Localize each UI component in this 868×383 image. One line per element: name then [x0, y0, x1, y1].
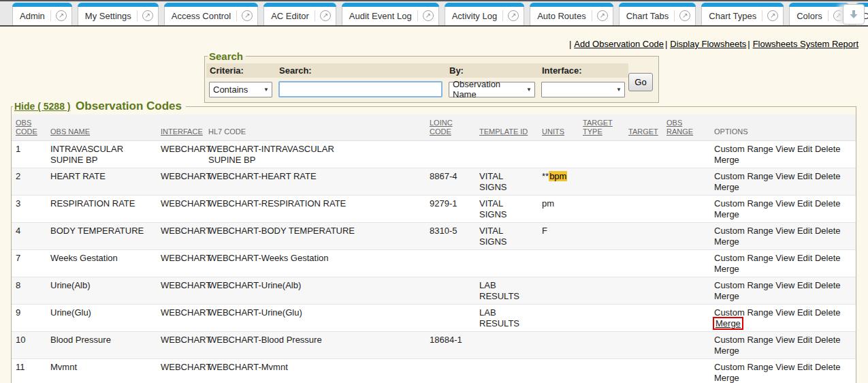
tab-chart-tabs[interactable]: Chart Tabs↗ — [619, 3, 696, 25]
option-link-merge[interactable]: Merge — [714, 373, 739, 383]
option-link-merge[interactable]: Merge — [714, 264, 739, 274]
obs-name-cell: HEART RATE — [50, 168, 161, 195]
tab-access-control[interactable]: Access Control↗ — [164, 3, 258, 25]
column-header-target-type[interactable]: TARGETTYPE — [583, 114, 628, 140]
option-link-custom-range[interactable]: Custom Range — [714, 171, 773, 181]
option-link-merge[interactable]: Merge — [714, 209, 739, 219]
option-link-custom-range[interactable]: Custom Range — [714, 198, 773, 209]
obs-code-cell: 4 — [12, 222, 50, 249]
popout-icon[interactable]: ↗ — [137, 10, 153, 21]
popout-icon[interactable]: ↗ — [674, 10, 690, 21]
hide-count-link[interactable]: Hide ( 5288 ) — [14, 101, 70, 112]
option-link-edit[interactable]: Edit — [797, 335, 812, 345]
option-link-delete[interactable]: Delete — [815, 362, 841, 372]
column-header-interface[interactable]: INTERFACE — [161, 114, 208, 140]
option-link-edit[interactable]: Edit — [797, 280, 812, 290]
tab-my-settings[interactable]: My Settings↗ — [78, 3, 159, 25]
option-link-view[interactable]: View — [775, 198, 794, 209]
target-cell — [628, 277, 666, 304]
hl7-code-cell: WEBCHART-Urine(Glu) — [208, 304, 430, 331]
option-link-edit[interactable]: Edit — [797, 362, 812, 372]
tab-colors[interactable]: Colors↗ — [789, 3, 850, 25]
quick-link-flowsheets-system-report[interactable]: Flowsheets System Report — [753, 39, 858, 49]
option-link-custom-range[interactable]: Custom Range — [714, 253, 773, 263]
interface-select[interactable]: ▼ — [541, 82, 625, 97]
option-link-view[interactable]: View — [775, 362, 794, 372]
table-row: 2HEART RATEWEBCHARTWEBCHART-HEART RATE88… — [12, 168, 856, 195]
popout-icon[interactable]: ↗ — [50, 10, 67, 21]
option-link-view[interactable]: View — [775, 307, 794, 318]
option-link-view[interactable]: View — [775, 226, 794, 236]
template-id-cell — [479, 140, 542, 168]
tab-chart-types[interactable]: Chart Types↗ — [701, 3, 784, 25]
column-header-obs-name[interactable]: OBS NAME — [50, 114, 161, 140]
target-type-cell — [583, 331, 628, 358]
option-link-view[interactable]: View — [775, 280, 794, 290]
column-header-obs-range[interactable]: OBSRANGE — [666, 114, 714, 140]
column-header-target[interactable]: TARGET — [628, 114, 666, 140]
option-link-delete[interactable]: Delete — [815, 198, 841, 209]
column-header-template-id[interactable]: TEMPLATE ID — [479, 114, 542, 140]
by-select[interactable]: Observation Name ▼ — [449, 82, 535, 97]
option-link-delete[interactable]: Delete — [815, 280, 841, 290]
option-link-custom-range[interactable]: Custom Range — [714, 307, 773, 318]
option-link-custom-range[interactable]: Custom Range — [714, 144, 773, 154]
popout-icon[interactable]: ↗ — [236, 10, 253, 21]
popout-icon[interactable]: ↗ — [502, 10, 519, 21]
quick-link-display-flowsheets[interactable]: Display Flowsheets — [670, 39, 746, 49]
column-header-obs-code[interactable]: OBSCODE — [12, 114, 50, 140]
option-link-merge[interactable]: Merge — [713, 317, 743, 330]
option-link-custom-range[interactable]: Custom Range — [714, 226, 773, 236]
obs-name-cell: Mvmnt — [50, 358, 161, 383]
target-type-cell — [583, 304, 628, 331]
popout-icon[interactable]: ↗ — [417, 10, 434, 21]
tab-overflow-button[interactable] — [843, 4, 865, 25]
tab-activity-log[interactable]: Activity Log↗ — [445, 3, 524, 25]
option-link-delete[interactable]: Delete — [815, 307, 841, 318]
option-link-custom-range[interactable]: Custom Range — [714, 335, 773, 345]
option-link-merge[interactable]: Merge — [714, 155, 739, 165]
interface-cell: WEBCHART — [161, 222, 208, 249]
hl7-code-cell: WEBCHART-Mvmnt — [208, 358, 430, 383]
column-header-text: OPTIONS — [714, 127, 852, 136]
option-link-merge[interactable]: Merge — [714, 236, 739, 247]
quick-link-add-observation-code[interactable]: Add Observation Code — [574, 39, 664, 49]
chevron-down-icon: ▼ — [263, 87, 269, 93]
option-link-view[interactable]: View — [775, 335, 794, 345]
popout-icon[interactable]: ↗ — [315, 10, 331, 21]
tab-ac-editor[interactable]: AC Editor↗ — [263, 3, 336, 25]
option-link-view[interactable]: View — [775, 144, 794, 154]
column-header-units[interactable]: UNITS — [542, 114, 583, 140]
criteria-select[interactable]: Contains ▼ — [209, 82, 272, 97]
option-link-custom-range[interactable]: Custom Range — [714, 280, 773, 290]
option-link-custom-range[interactable]: Custom Range — [714, 362, 773, 372]
option-link-merge[interactable]: Merge — [714, 291, 739, 301]
option-link-merge[interactable]: Merge — [714, 182, 739, 192]
option-link-merge[interactable]: Merge — [714, 346, 739, 356]
option-link-edit[interactable]: Edit — [797, 171, 812, 181]
option-link-edit[interactable]: Edit — [797, 198, 812, 209]
popout-icon[interactable]: ↗ — [828, 10, 844, 21]
popout-icon[interactable]: ↗ — [592, 10, 608, 21]
go-button[interactable]: Go — [628, 73, 653, 91]
tab-auto-routes[interactable]: Auto Routes↗ — [530, 3, 613, 25]
option-link-delete[interactable]: Delete — [815, 144, 841, 154]
option-link-view[interactable]: View — [775, 171, 794, 181]
option-link-delete[interactable]: Delete — [815, 335, 841, 345]
options-cell: Custom Range View Edit Delete Merge — [714, 249, 856, 277]
option-link-edit[interactable]: Edit — [797, 253, 812, 263]
option-link-delete[interactable]: Delete — [815, 253, 841, 263]
popout-icon[interactable]: ↗ — [762, 10, 778, 21]
option-link-delete[interactable]: Delete — [815, 226, 841, 236]
units-cell — [542, 249, 583, 277]
tab-audit-event-log[interactable]: Audit Event Log↗ — [342, 3, 439, 25]
tab-admin[interactable]: Admin↗ — [12, 3, 72, 25]
option-link-edit[interactable]: Edit — [797, 226, 812, 236]
option-link-edit[interactable]: Edit — [797, 307, 812, 318]
search-input[interactable] — [278, 81, 443, 97]
option-link-view[interactable]: View — [775, 253, 794, 263]
loinc-code-cell: 18684-1 — [430, 331, 479, 358]
column-header-loinc-code[interactable]: LOINCCODE — [430, 114, 479, 140]
option-link-edit[interactable]: Edit — [797, 144, 812, 154]
option-link-delete[interactable]: Delete — [815, 171, 841, 181]
